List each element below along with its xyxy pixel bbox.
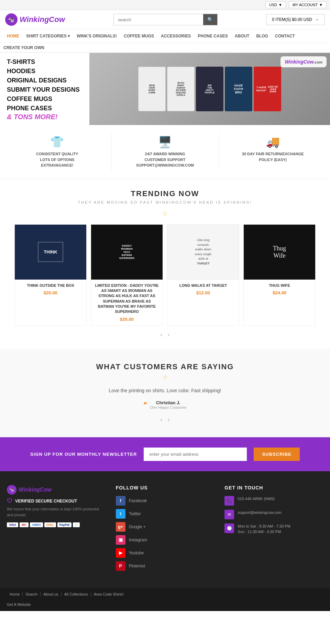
search-button[interactable]: 🔍 xyxy=(203,14,217,25)
hours-text: Mon to Sat : 9:30 AM - 7:30 PMSun : 11:3… xyxy=(238,523,290,535)
product-img-2: DADDYIRONMANHULKBATMANSUPERHERO xyxy=(91,225,163,280)
subscribe-button[interactable]: SUBSCRIBE xyxy=(254,448,300,461)
cart-arrow-icon: → xyxy=(315,17,319,22)
amex-icon: AMEX xyxy=(30,522,43,527)
product-info-3: LONG WALKS AT TARGET $12.00 xyxy=(167,280,239,299)
payment-icons: VISA MC AMEX DISC PayPal ✓ xyxy=(7,522,106,527)
testimonial-next-arrow[interactable]: › xyxy=(168,416,170,423)
footer-link-website[interactable]: Get A Website xyxy=(7,602,31,607)
phone-text: 515-446-WINK (9465) xyxy=(238,496,275,502)
footer-link-home[interactable]: Home xyxy=(7,592,23,596)
youtube-icon: ▶ xyxy=(116,548,125,558)
product-card-3[interactable]: i like longromanticwalks downevery singl… xyxy=(167,224,239,326)
nav-contact[interactable]: CONTACT xyxy=(272,30,298,43)
footer-link-about[interactable]: About us xyxy=(41,592,61,596)
feature-support-text: 24/7 AWARD WINNINGCUSTOMER SUPPORTsuppor… xyxy=(118,151,212,168)
account-button[interactable]: MY ACCOUNT ▼ xyxy=(289,1,327,8)
pinterest-label: Pinterest xyxy=(129,564,145,568)
product-img-text-3: i like longromanticwalks downevery singl… xyxy=(191,235,215,269)
product-img-text-1: THINK xyxy=(38,242,63,262)
footer-bottom: Home Search About us All Collections Are… xyxy=(0,588,330,600)
footer-link-search[interactable]: Search xyxy=(23,592,41,596)
social-instagram[interactable]: ▣ Instagram xyxy=(116,535,214,545)
nav-home[interactable]: HOME xyxy=(3,30,23,43)
youtube-label: Youtube xyxy=(129,551,144,555)
trending-section: TRENDING NOW THEY ARE MOVING SO FAST WIN… xyxy=(0,179,330,349)
next-arrow[interactable]: › xyxy=(168,331,170,338)
feature-return-text: 30 DAY FAIR RETURN/EXCHANGEPOLICY (easy) xyxy=(226,151,320,162)
email-icon: ✉ xyxy=(224,510,234,519)
social-twitter[interactable]: t Twitter xyxy=(116,509,214,519)
currency-arrow-icon: ▼ xyxy=(278,3,282,7)
twitter-icon: t xyxy=(116,509,125,519)
product-card-1[interactable]: THINK THINK OUTSIDE THE BOX $20.00 xyxy=(14,224,87,326)
nav-winks-originals[interactable]: WINK'S ORIGINALS! xyxy=(73,30,120,43)
product-price-1: $20.00 xyxy=(18,290,83,295)
hero-logo-overlay: WinkingCow.com xyxy=(280,56,327,67)
cart-label: 0 ITEM(S) $0.00 USD xyxy=(272,17,312,22)
search-input[interactable] xyxy=(114,14,203,25)
paypal-icon: PayPal xyxy=(57,522,72,527)
hero-banner: T-SHIRTS HOODIES ORIGINAL DESIGNS SUBMIT… xyxy=(0,53,330,125)
shirt-1: WODHAIRDONTCARE xyxy=(138,67,166,111)
shirt-5: "I HATE TACOS"SAID NO JUAN EVER xyxy=(254,67,281,111)
nav-about[interactable]: ABOUT xyxy=(231,30,253,43)
author-name: Christian J. xyxy=(150,400,186,405)
product-name-3: LONG WALKS AT TARGET xyxy=(171,283,235,288)
testimonials-section: WHAT CUSTOMERS ARE SAYING ☆ Love the pri… xyxy=(0,349,330,437)
product-price-2: $20.00 xyxy=(95,317,159,322)
social-facebook[interactable]: f Facebook xyxy=(116,496,214,506)
features-section: 👕 CONSISTENT QUALITYLOTS OF OPTIONSextra… xyxy=(0,125,330,179)
product-card-2[interactable]: DADDYIRONMANHULKBATMANSUPERHERO LIMITED … xyxy=(91,224,163,326)
instagram-label: Instagram xyxy=(129,538,147,542)
nav-create-your-own[interactable]: CREATE YOUR OWN xyxy=(3,45,44,50)
product-img-4: ThugWife xyxy=(244,225,315,280)
testimonial-prev-arrow[interactable]: ‹ xyxy=(160,416,162,423)
product-price-3: $12.00 xyxy=(171,290,235,295)
newsletter-input[interactable] xyxy=(144,448,247,461)
logo-text: WinkingCow xyxy=(20,15,65,24)
currency-selector[interactable]: USD ▼ xyxy=(265,1,286,8)
footer-col-social: FOLLOW US f Facebook t Twitter g+ Google… xyxy=(116,485,214,574)
product-card-4[interactable]: ThugWife THUG WIFE $24.00 xyxy=(243,224,316,326)
social-googleplus[interactable]: g+ Google + xyxy=(116,522,214,532)
footer-logo-icon: 🐄 xyxy=(7,485,16,495)
footer-col-contact: GET IN TOUCH 📞 515-446-WINK (9465) ✉ sup… xyxy=(224,485,323,574)
testimonial-author: ❝ Christian J. One Happy Customer xyxy=(7,400,323,409)
account-label: MY ACCOUNT xyxy=(293,3,318,7)
logo-icon: 🐄 xyxy=(5,13,18,26)
nav-second: CREATE YOUR OWN xyxy=(0,43,330,53)
nav-blog[interactable]: BLOG xyxy=(253,30,272,43)
hero-accent: & TONS MORE! xyxy=(7,113,82,121)
prev-arrow[interactable]: ‹ xyxy=(160,331,162,338)
social-youtube[interactable]: ▶ Youtube xyxy=(116,548,214,558)
nav-accessories[interactable]: ACCESSORIES xyxy=(157,30,194,43)
discover-icon: DISC xyxy=(44,522,56,527)
shopify-icon: ✓ xyxy=(73,522,80,527)
logo[interactable]: 🐄 WinkingCow xyxy=(5,13,65,26)
nav-shirt-categories[interactable]: SHIRT CATEGORIES ▾ xyxy=(23,30,73,43)
shield-icon: 🛡 xyxy=(7,498,12,504)
product-info-2: LIMITED EDITION - DADDY YOU'RE AS SMART … xyxy=(91,280,163,325)
account-arrow-icon: ▼ xyxy=(319,3,323,7)
trending-subtitle: THEY ARE MOVING SO FAST WINKINGCOW'S HEA… xyxy=(7,200,323,204)
nav-coffee-mugs[interactable]: COFFEE MUGS xyxy=(120,30,157,43)
testimonial-pagination: ‹ › xyxy=(7,416,323,423)
googleplus-label: Google + xyxy=(129,524,146,529)
shirt-4: HAVEFAITHBRO xyxy=(225,67,252,111)
product-img-1: THINK xyxy=(15,225,86,280)
footer-link-collections[interactable]: All Collections xyxy=(62,592,91,596)
hero-heading: T-SHIRTS HOODIES ORIGINAL DESIGNS SUBMIT… xyxy=(7,57,82,113)
feature-quality: 👕 CONSISTENT QUALITYLOTS OF OPTIONSextra… xyxy=(3,132,111,172)
mastercard-icon: MC xyxy=(20,522,29,527)
testimonial-quote: Love the printing on shirts. Love color.… xyxy=(79,388,251,393)
nav-phone-cases[interactable]: PHONE CASES xyxy=(194,30,231,43)
top-bar: USD ▼ MY ACCOUNT ▼ xyxy=(0,0,330,10)
cart-button[interactable]: 0 ITEM(S) $0.00 USD → xyxy=(266,14,325,25)
footer-link-area-code[interactable]: Area Code Shirts! xyxy=(91,592,126,596)
clock-icon: 🕐 xyxy=(224,523,234,533)
social-pinterest[interactable]: P Pinterest xyxy=(116,561,214,571)
testimonials-title: WHAT CUSTOMERS ARE SAYING xyxy=(7,362,323,371)
hero-shirts: WODHAIRDONTCARE RUTHMARYSARAHESTHER#SQUA… xyxy=(135,63,285,115)
contact-email: ✉ support@winkingcow.com xyxy=(224,510,323,519)
